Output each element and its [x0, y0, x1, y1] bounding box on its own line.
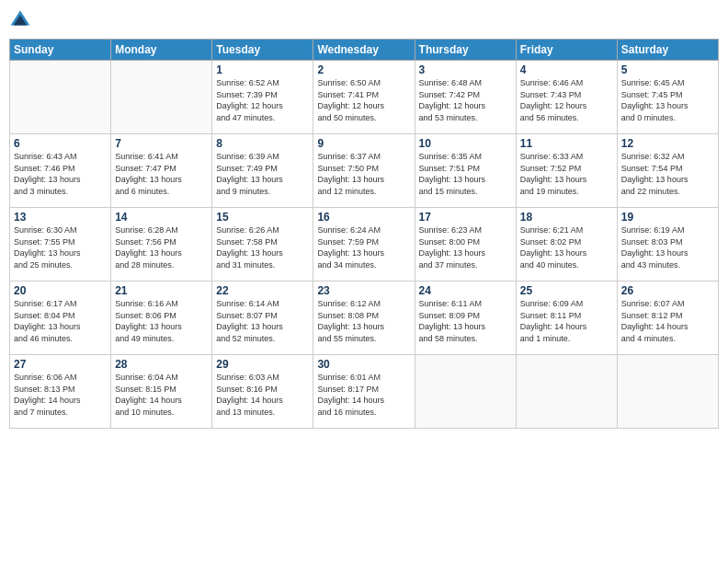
- day-info: Sunrise: 6:32 AM Sunset: 7:54 PM Dayligh…: [621, 151, 714, 197]
- day-info: Sunrise: 6:41 AM Sunset: 7:47 PM Dayligh…: [115, 151, 208, 197]
- day-number: 4: [520, 63, 613, 76]
- day-cell: [111, 61, 212, 134]
- weekday-header-tuesday: Tuesday: [212, 40, 313, 61]
- weekday-header-friday: Friday: [516, 40, 617, 61]
- day-number: 13: [14, 211, 107, 224]
- day-number: 30: [317, 358, 410, 371]
- day-info: Sunrise: 6:06 AM Sunset: 8:13 PM Dayligh…: [14, 372, 107, 418]
- day-cell: 2Sunrise: 6:50 AM Sunset: 7:41 PM Daylig…: [313, 61, 415, 134]
- day-number: 1: [216, 63, 309, 76]
- day-cell: 15Sunrise: 6:26 AM Sunset: 7:58 PM Dayli…: [212, 208, 313, 282]
- day-info: Sunrise: 6:50 AM Sunset: 7:41 PM Dayligh…: [317, 77, 410, 123]
- day-info: Sunrise: 6:46 AM Sunset: 7:43 PM Dayligh…: [520, 77, 613, 123]
- day-info: Sunrise: 6:19 AM Sunset: 8:03 PM Dayligh…: [621, 224, 714, 270]
- day-cell: 22Sunrise: 6:14 AM Sunset: 8:07 PM Dayli…: [212, 282, 313, 355]
- weekday-header-saturday: Saturday: [617, 40, 718, 61]
- day-cell: 13Sunrise: 6:30 AM Sunset: 7:55 PM Dayli…: [10, 208, 111, 282]
- day-info: Sunrise: 6:45 AM Sunset: 7:45 PM Dayligh…: [621, 77, 714, 123]
- day-info: Sunrise: 6:39 AM Sunset: 7:49 PM Dayligh…: [216, 151, 309, 197]
- day-number: 17: [419, 211, 512, 224]
- day-info: Sunrise: 6:26 AM Sunset: 7:58 PM Dayligh…: [216, 224, 309, 270]
- day-number: 9: [317, 137, 410, 150]
- day-cell: 4Sunrise: 6:46 AM Sunset: 7:43 PM Daylig…: [516, 61, 617, 134]
- day-number: 25: [520, 284, 613, 297]
- day-number: 14: [115, 211, 208, 224]
- day-cell: 9Sunrise: 6:37 AM Sunset: 7:50 PM Daylig…: [313, 134, 415, 208]
- weekday-header-sunday: Sunday: [10, 40, 111, 61]
- week-row-0: 1Sunrise: 6:52 AM Sunset: 7:39 PM Daylig…: [10, 61, 719, 134]
- day-info: Sunrise: 6:30 AM Sunset: 7:55 PM Dayligh…: [14, 224, 107, 270]
- day-number: 27: [14, 358, 107, 371]
- week-row-4: 27Sunrise: 6:06 AM Sunset: 8:13 PM Dayli…: [10, 355, 719, 429]
- week-row-3: 20Sunrise: 6:17 AM Sunset: 8:04 PM Dayli…: [10, 282, 719, 355]
- day-cell: 28Sunrise: 6:04 AM Sunset: 8:15 PM Dayli…: [111, 355, 212, 429]
- weekday-header-thursday: Thursday: [415, 40, 516, 61]
- day-cell: [10, 61, 111, 134]
- day-number: 16: [317, 211, 410, 224]
- day-number: 18: [520, 211, 613, 224]
- day-info: Sunrise: 6:14 AM Sunset: 8:07 PM Dayligh…: [216, 298, 309, 344]
- day-info: Sunrise: 6:04 AM Sunset: 8:15 PM Dayligh…: [115, 372, 208, 418]
- day-info: Sunrise: 6:11 AM Sunset: 8:09 PM Dayligh…: [419, 298, 512, 344]
- day-info: Sunrise: 6:01 AM Sunset: 8:17 PM Dayligh…: [317, 372, 410, 418]
- day-cell: 27Sunrise: 6:06 AM Sunset: 8:13 PM Dayli…: [10, 355, 111, 429]
- day-info: Sunrise: 6:24 AM Sunset: 7:59 PM Dayligh…: [317, 224, 410, 270]
- day-info: Sunrise: 6:23 AM Sunset: 8:00 PM Dayligh…: [419, 224, 512, 270]
- day-number: 22: [216, 284, 309, 297]
- day-info: Sunrise: 6:12 AM Sunset: 8:08 PM Dayligh…: [317, 298, 410, 344]
- day-number: 21: [115, 284, 208, 297]
- day-cell: 16Sunrise: 6:24 AM Sunset: 7:59 PM Dayli…: [313, 208, 415, 282]
- weekday-header-wednesday: Wednesday: [313, 40, 415, 61]
- day-number: 5: [621, 63, 714, 76]
- day-cell: 14Sunrise: 6:28 AM Sunset: 7:56 PM Dayli…: [111, 208, 212, 282]
- week-row-2: 13Sunrise: 6:30 AM Sunset: 7:55 PM Dayli…: [10, 208, 719, 282]
- day-cell: 12Sunrise: 6:32 AM Sunset: 7:54 PM Dayli…: [617, 134, 718, 208]
- day-info: Sunrise: 6:17 AM Sunset: 8:04 PM Dayligh…: [14, 298, 107, 344]
- day-info: Sunrise: 6:43 AM Sunset: 7:46 PM Dayligh…: [14, 151, 107, 197]
- day-cell: 1Sunrise: 6:52 AM Sunset: 7:39 PM Daylig…: [212, 61, 313, 134]
- day-info: Sunrise: 6:21 AM Sunset: 8:02 PM Dayligh…: [520, 224, 613, 270]
- day-number: 11: [520, 137, 613, 150]
- day-cell: 10Sunrise: 6:35 AM Sunset: 7:51 PM Dayli…: [415, 134, 516, 208]
- day-cell: 29Sunrise: 6:03 AM Sunset: 8:16 PM Dayli…: [212, 355, 313, 429]
- day-info: Sunrise: 6:52 AM Sunset: 7:39 PM Dayligh…: [216, 77, 309, 123]
- logo-icon: [9, 9, 31, 31]
- day-info: Sunrise: 6:16 AM Sunset: 8:06 PM Dayligh…: [115, 298, 208, 344]
- day-number: 6: [14, 137, 107, 150]
- day-number: 2: [317, 63, 410, 76]
- day-number: 12: [621, 137, 714, 150]
- day-cell: 23Sunrise: 6:12 AM Sunset: 8:08 PM Dayli…: [313, 282, 415, 355]
- day-number: 10: [419, 137, 512, 150]
- day-cell: 11Sunrise: 6:33 AM Sunset: 7:52 PM Dayli…: [516, 134, 617, 208]
- weekday-header-row: SundayMondayTuesdayWednesdayThursdayFrid…: [10, 40, 719, 61]
- day-cell: 26Sunrise: 6:07 AM Sunset: 8:12 PM Dayli…: [617, 282, 718, 355]
- day-cell: 8Sunrise: 6:39 AM Sunset: 7:49 PM Daylig…: [212, 134, 313, 208]
- day-number: 28: [115, 358, 208, 371]
- day-cell: 20Sunrise: 6:17 AM Sunset: 8:04 PM Dayli…: [10, 282, 111, 355]
- day-cell: 7Sunrise: 6:41 AM Sunset: 7:47 PM Daylig…: [111, 134, 212, 208]
- week-row-1: 6Sunrise: 6:43 AM Sunset: 7:46 PM Daylig…: [10, 134, 719, 208]
- day-number: 8: [216, 137, 309, 150]
- calendar: SundayMondayTuesdayWednesdayThursdayFrid…: [9, 39, 719, 429]
- day-cell: 30Sunrise: 6:01 AM Sunset: 8:17 PM Dayli…: [313, 355, 415, 429]
- logo: [9, 9, 33, 31]
- day-info: Sunrise: 6:09 AM Sunset: 8:11 PM Dayligh…: [520, 298, 613, 344]
- header: [9, 9, 719, 31]
- day-cell: 5Sunrise: 6:45 AM Sunset: 7:45 PM Daylig…: [617, 61, 718, 134]
- page: SundayMondayTuesdayWednesdayThursdayFrid…: [0, 0, 728, 563]
- day-cell: 6Sunrise: 6:43 AM Sunset: 7:46 PM Daylig…: [10, 134, 111, 208]
- day-cell: [617, 355, 718, 429]
- day-number: 3: [419, 63, 512, 76]
- day-number: 26: [621, 284, 714, 297]
- day-cell: 18Sunrise: 6:21 AM Sunset: 8:02 PM Dayli…: [516, 208, 617, 282]
- day-info: Sunrise: 6:37 AM Sunset: 7:50 PM Dayligh…: [317, 151, 410, 197]
- day-info: Sunrise: 6:28 AM Sunset: 7:56 PM Dayligh…: [115, 224, 208, 270]
- day-number: 24: [419, 284, 512, 297]
- day-cell: 3Sunrise: 6:48 AM Sunset: 7:42 PM Daylig…: [415, 61, 516, 134]
- day-number: 7: [115, 137, 208, 150]
- day-info: Sunrise: 6:03 AM Sunset: 8:16 PM Dayligh…: [216, 372, 309, 418]
- day-info: Sunrise: 6:07 AM Sunset: 8:12 PM Dayligh…: [621, 298, 714, 344]
- day-number: 19: [621, 211, 714, 224]
- day-number: 23: [317, 284, 410, 297]
- day-cell: [415, 355, 516, 429]
